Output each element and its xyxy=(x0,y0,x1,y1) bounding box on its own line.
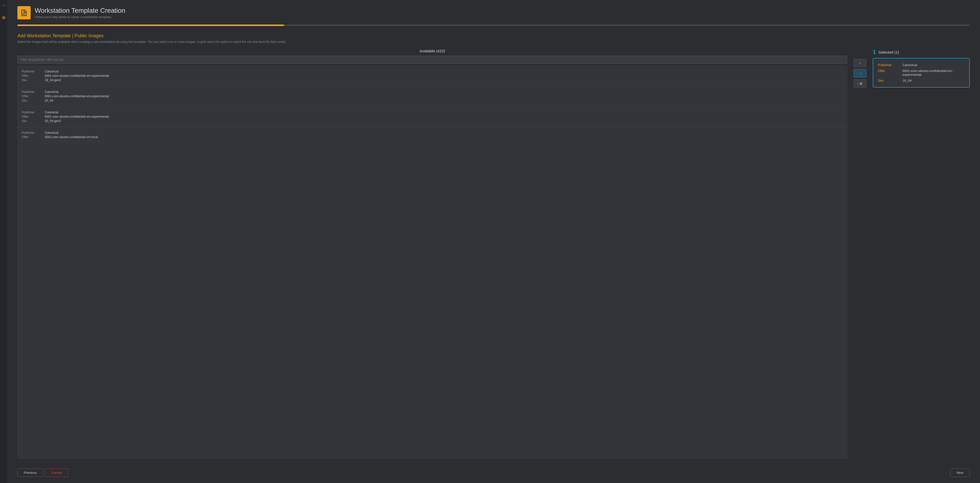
add-all-button[interactable]: ‹ ⊕ xyxy=(854,79,866,87)
bottom-navigation: Previous Cancel Next xyxy=(18,464,970,477)
offer-value: 0001-com-ubuntu-confidential-vm-experime… xyxy=(45,94,109,98)
sidebar-collapse-icon[interactable]: » xyxy=(3,3,5,7)
add-one-button[interactable]: ‹ 1 xyxy=(854,69,866,77)
list-item[interactable]: Publisher Canonical Offer 0001-com-ubunt… xyxy=(18,127,847,143)
svg-rect-0 xyxy=(23,13,25,14)
selected-column: 1 Selected (1) Publisher Canonical Offer… xyxy=(873,49,970,458)
offer-label: Offer xyxy=(22,74,40,78)
selected-sku-value: 18_04 xyxy=(902,79,912,83)
offer-label: Offer xyxy=(22,135,40,139)
sidebar: » ⊕ xyxy=(0,0,7,483)
header-text: Workstation Template Creation Follow eac… xyxy=(35,6,126,19)
selected-card: Publisher Canonical Offer 0001-com-ubunt… xyxy=(873,58,970,87)
section-subtitle: Select the images that will be available… xyxy=(18,40,970,44)
publisher-label: Publisher xyxy=(22,111,40,114)
offer-value: 0001-com-ubuntu-confidential-vm-experime… xyxy=(45,74,109,78)
selected-count: Selected (1) xyxy=(878,50,899,54)
transfer-controls: › ‹ 1 ‹ ⊕ xyxy=(852,49,868,458)
offer-value: 0001-com-ubuntu-confidential-vm-experime… xyxy=(45,115,109,118)
publisher-value: Canonical xyxy=(45,90,58,94)
sku-value: 20_04 xyxy=(45,99,53,102)
sku-value: 18_04-gen2 xyxy=(45,78,61,82)
cancel-button[interactable]: Cancel xyxy=(45,469,68,477)
publisher-value: Canonical xyxy=(45,111,58,114)
publisher-label: Publisher xyxy=(22,70,40,73)
sku-label: Sku xyxy=(22,78,40,82)
publisher-value: Canonical xyxy=(45,70,58,73)
sku-label: Sku xyxy=(22,99,40,102)
left-nav-group: Previous Cancel xyxy=(18,469,68,477)
list-item[interactable]: Publisher Canonical Offer 0001-com-ubunt… xyxy=(18,107,847,127)
header-icon xyxy=(18,6,31,19)
offer-value: 0001-com-ubuntu-confidential-vm-focal xyxy=(45,135,98,139)
selected-sku-label: Sku xyxy=(878,79,898,83)
selected-publisher-value: Canonical xyxy=(902,63,917,67)
columns-area: Available (423) Publisher Canonical Offe… xyxy=(18,49,970,458)
add-button[interactable]: › xyxy=(854,59,866,67)
section-title: Add Workstation Template | Public Images xyxy=(18,33,970,38)
sku-label: Sku xyxy=(22,119,40,123)
list-item[interactable]: Publisher Canonical Offer 0001-com-ubunt… xyxy=(18,66,847,87)
next-button[interactable]: Next xyxy=(950,469,970,477)
sidebar-add-icon[interactable]: ⊕ xyxy=(2,15,6,21)
selected-offer-value: 0001-com-ubuntu-confidential-vm-experime… xyxy=(902,69,965,76)
selected-publisher-label: Publisher xyxy=(878,63,898,67)
selected-badge: 1 xyxy=(873,49,876,56)
publisher-label: Publisher xyxy=(22,90,40,94)
filter-input[interactable] xyxy=(18,56,847,64)
offer-label: Offer xyxy=(22,94,40,98)
available-column: Available (423) Publisher Canonical Offe… xyxy=(18,49,847,458)
list-item[interactable]: Publisher Canonical Offer 0001-com-ubunt… xyxy=(18,87,847,107)
available-list: Publisher Canonical Offer 0001-com-ubunt… xyxy=(18,66,847,458)
document-icon xyxy=(20,9,28,17)
selected-offer-label: Offer xyxy=(878,69,898,76)
progress-bar xyxy=(18,24,970,26)
progress-bar-fill xyxy=(18,24,284,26)
svg-rect-1 xyxy=(23,14,25,14)
page-subtitle: Follow each step below to create a works… xyxy=(35,15,126,19)
page-title: Workstation Template Creation xyxy=(35,6,126,14)
page-header: Workstation Template Creation Follow eac… xyxy=(18,6,970,19)
offer-label: Offer xyxy=(22,115,40,118)
selected-header-row: 1 Selected (1) xyxy=(873,49,970,56)
main-content: Workstation Template Creation Follow eac… xyxy=(7,0,980,483)
available-header: Available (423) xyxy=(18,49,847,53)
sku-value: 20_04-gen2 xyxy=(45,119,61,123)
publisher-label: Publisher xyxy=(22,131,40,135)
previous-button[interactable]: Previous xyxy=(18,469,43,477)
publisher-value: Canonical xyxy=(45,131,58,135)
